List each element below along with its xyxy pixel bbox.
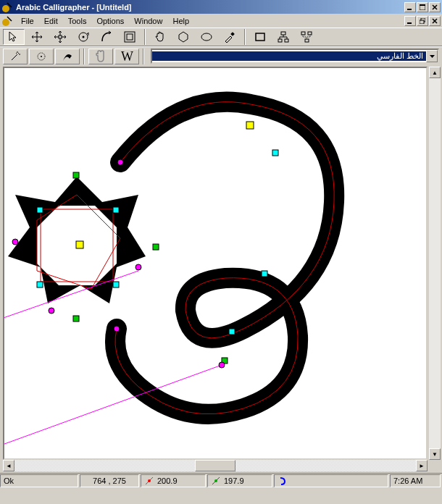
separator	[143, 49, 144, 64]
hand-tool[interactable]	[149, 29, 171, 45]
font-selector[interactable]: الخط الفارسي	[151, 49, 439, 64]
dropdown-arrow-icon[interactable]	[426, 50, 438, 62]
vertical-scrollbar[interactable]: ▲ ▼	[429, 67, 441, 460]
svg-rect-21	[305, 39, 309, 42]
separator	[83, 49, 85, 64]
statusbar: Ok 764 , 275 200.9 197.9 7:26 AM	[0, 473, 442, 487]
scroll-track[interactable]	[429, 78, 441, 448]
maximize-button[interactable]	[417, 2, 428, 12]
status-time: 7:26 AM	[390, 474, 441, 487]
svg-rect-16	[281, 32, 285, 35]
svg-point-0	[2, 5, 9, 12]
scroll-down-button[interactable]: ▼	[429, 448, 441, 460]
svg-point-13	[201, 33, 212, 41]
canvas-area: ▲ ▼ ◄ ►	[0, 65, 442, 473]
pen-tool[interactable]	[55, 49, 80, 64]
scroll-thumb[interactable]	[195, 460, 235, 471]
close-button[interactable]	[429, 2, 441, 12]
mdi-minimize-button[interactable]	[404, 16, 416, 26]
separator	[244, 29, 246, 45]
target-tool[interactable]	[29, 49, 54, 64]
scroll-right-button[interactable]: ►	[416, 460, 428, 471]
select-rect-tool[interactable]	[119, 29, 141, 45]
svg-rect-35	[37, 282, 43, 287]
svg-rect-15	[256, 33, 264, 41]
mdi-controls	[404, 16, 441, 26]
svg-point-42	[12, 239, 18, 245]
svg-rect-37	[272, 150, 278, 156]
svg-rect-27	[76, 241, 83, 248]
glove-tool[interactable]	[88, 49, 113, 64]
svg-rect-31	[73, 316, 79, 322]
hexagon-tool[interactable]	[172, 29, 194, 45]
svg-point-4	[2, 19, 9, 26]
svg-text:W: W	[121, 49, 133, 64]
scroll-left-button[interactable]: ◄	[3, 460, 14, 471]
svg-point-45	[114, 326, 120, 332]
magic-wand-tool[interactable]	[3, 49, 28, 64]
scroll-track[interactable]	[14, 460, 416, 471]
svg-rect-29	[73, 172, 79, 178]
svg-point-43	[49, 308, 54, 314]
svg-rect-34	[113, 207, 119, 213]
canvas[interactable]	[3, 67, 428, 460]
svg-point-47	[214, 479, 217, 482]
menu-window[interactable]: Window	[129, 15, 167, 27]
eyedropper-tool[interactable]	[219, 29, 241, 45]
text-tool[interactable]: W	[114, 49, 139, 64]
svg-rect-8	[59, 35, 62, 38]
minimize-button[interactable]	[404, 2, 416, 12]
svg-point-46	[148, 479, 151, 482]
svg-point-40	[117, 159, 123, 165]
svg-rect-30	[153, 244, 159, 250]
menu-file[interactable]: File	[16, 15, 39, 27]
ellipse-tool[interactable]	[196, 29, 217, 45]
svg-rect-1	[407, 9, 412, 10]
window-controls	[404, 2, 441, 12]
svg-rect-5	[407, 22, 412, 24]
status-coords: 764 , 275	[80, 474, 139, 487]
svg-rect-17	[278, 39, 282, 42]
anchor-move-tool[interactable]	[49, 29, 71, 45]
menu-help[interactable]: Help	[167, 15, 194, 27]
toolbar-2: W الخط الفارسي	[0, 46, 442, 65]
scroll-up-button[interactable]: ▲	[429, 67, 441, 78]
mdi-restore-button[interactable]	[417, 16, 428, 26]
svg-rect-39	[229, 329, 235, 335]
svg-point-44	[219, 362, 225, 368]
svg-rect-7	[420, 20, 424, 24]
separator	[144, 29, 146, 45]
menu-edit[interactable]: Edit	[39, 15, 63, 27]
menu-tools[interactable]: Tools	[63, 15, 92, 27]
svg-rect-18	[285, 39, 288, 42]
curve-tool[interactable]	[96, 29, 117, 45]
svg-point-10	[83, 36, 85, 38]
status-spacer	[274, 474, 388, 487]
hierarchy-tool[interactable]	[272, 29, 294, 45]
status-angle-1: 200.9	[141, 474, 206, 487]
status-text: Ok	[0, 474, 78, 487]
rotate-tool[interactable]	[72, 29, 94, 45]
menubar: File Edit Tools Options Window Help	[0, 14, 442, 28]
svg-rect-38	[262, 271, 267, 277]
svg-rect-11	[125, 32, 135, 42]
move-tool[interactable]	[26, 29, 48, 45]
app-icon	[1, 1, 13, 13]
svg-rect-33	[37, 207, 43, 213]
toolbar-1	[0, 28, 442, 46]
svg-rect-14	[230, 32, 235, 36]
window-title: Arabic Calligrapher - [Untiteld]	[16, 3, 404, 12]
pointer-tool[interactable]	[3, 29, 25, 45]
titlebar: Arabic Calligrapher - [Untiteld]	[0, 0, 442, 14]
menu-options[interactable]: Options	[91, 15, 129, 27]
rect-tool[interactable]	[249, 29, 271, 45]
mdi-close-button[interactable]	[429, 16, 441, 26]
horizontal-scrollbar[interactable]: ◄ ►	[3, 460, 428, 471]
svg-rect-20	[308, 32, 312, 35]
svg-rect-12	[127, 34, 133, 40]
svg-rect-19	[301, 32, 305, 35]
font-selector-value: الخط الفارسي	[152, 51, 426, 61]
connector-tool[interactable]	[296, 29, 317, 45]
svg-rect-36	[113, 282, 119, 287]
svg-rect-3	[420, 4, 425, 6]
